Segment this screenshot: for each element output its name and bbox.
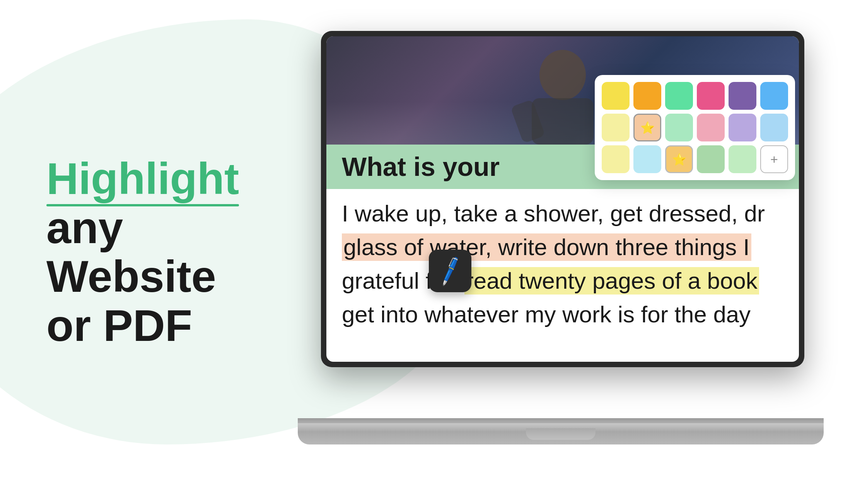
svg-rect-1: [532, 98, 594, 145]
color-row-1: [602, 82, 788, 110]
color-swatch-light-purple[interactable]: [729, 114, 756, 141]
color-swatch-blue[interactable]: [760, 82, 788, 110]
color-swatch-light-pink[interactable]: [697, 114, 725, 141]
star-icon-2: ⭐: [666, 146, 692, 172]
eraser-tool-button[interactable]: 🖊️: [429, 250, 471, 292]
color-row-2: ⭐: [602, 114, 788, 141]
color-swatch-pale-orange[interactable]: ⭐: [665, 145, 693, 173]
color-row-3: ⭐ +: [602, 145, 788, 173]
body-text: I wake up, take a shower, get dressed, d…: [326, 189, 799, 339]
body-line-2: glass of water, write down three things …: [342, 230, 783, 264]
headline-line3: Website or PDF: [46, 252, 216, 350]
laptop-base: [298, 423, 824, 444]
color-swatch-orange[interactable]: [633, 82, 661, 110]
color-swatch-pale-green[interactable]: [697, 145, 725, 173]
color-swatch-light-yellow[interactable]: [602, 114, 630, 141]
star-icon: ⭐: [635, 115, 660, 140]
color-swatch-light-green[interactable]: [665, 114, 693, 141]
add-color-button[interactable]: +: [760, 145, 788, 173]
laptop-screen: ⭐ ⭐ +: [326, 36, 799, 362]
heading-text: What is your: [342, 152, 500, 181]
laptop-mockup: ⭐ ⭐ +: [290, 31, 831, 456]
svg-point-0: [539, 50, 586, 100]
body-line-1: I wake up, take a shower, get dressed, d…: [342, 197, 783, 230]
headline-line2: any: [46, 203, 123, 252]
highlighted-things: glass of water, write down three things …: [342, 233, 751, 261]
laptop-notch: [526, 428, 596, 440]
highlight-word: Highlight: [46, 154, 239, 203]
color-swatch-yellow[interactable]: [602, 82, 630, 110]
laptop-bezel: ⭐ ⭐ +: [321, 31, 804, 367]
color-swatch-pale-blue[interactable]: [633, 145, 661, 173]
color-swatch-purple[interactable]: [729, 82, 756, 110]
color-swatch-green[interactable]: [665, 82, 693, 110]
body-line-3: grateful for, read twenty pages of a boo…: [342, 264, 783, 298]
highlighted-reading: read twenty pages of a book: [464, 267, 759, 295]
eraser-icon: 🖊️: [433, 255, 467, 288]
color-picker-popup[interactable]: ⭐ ⭐ +: [595, 75, 795, 180]
color-swatch-pink[interactable]: [697, 82, 725, 110]
color-swatch-light-orange-selected[interactable]: ⭐: [633, 114, 661, 141]
color-swatch-pale-yellow[interactable]: [602, 145, 630, 173]
color-swatch-light-blue[interactable]: [760, 114, 788, 141]
body-line-4: get into whatever my work is for the day: [342, 298, 783, 331]
headline: Highlight any Website or PDF: [46, 154, 240, 350]
left-section: Highlight any Website or PDF: [46, 154, 240, 350]
color-swatch-mint[interactable]: [729, 145, 756, 173]
